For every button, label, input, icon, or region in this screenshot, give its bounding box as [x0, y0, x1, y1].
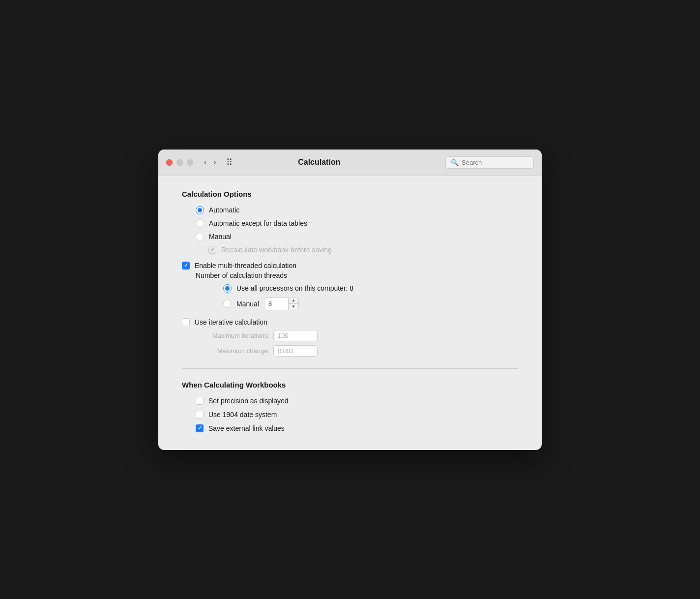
precision-as-displayed-option[interactable]: Set precision as displayed — [196, 397, 518, 405]
radio-all-processors-control[interactable] — [223, 284, 232, 293]
threads-manual-row: Manual ▲ ▼ — [223, 298, 518, 310]
iterative-section: Use iterative calculation Maximum iterat… — [182, 318, 518, 357]
date-1904-option[interactable]: Use 1904 date system — [196, 411, 518, 419]
titlebar: ‹ › ⠿ Calculation 🔍 — [158, 150, 542, 176]
threads-stepper: ▲ ▼ — [288, 298, 298, 310]
max-iterations-row: Maximum iterations: — [196, 330, 518, 341]
radio-threads-manual[interactable]: Manual — [223, 300, 259, 308]
multi-threaded-option[interactable]: Enable multi-threaded calculation — [182, 262, 518, 270]
radio-manual-control[interactable] — [196, 233, 204, 241]
max-change-row: Maximum change: — [196, 345, 518, 357]
radio-automatic[interactable]: Automatic — [196, 206, 518, 214]
date-1904-label: Use 1904 date system — [208, 411, 277, 419]
max-change-input[interactable] — [273, 345, 318, 357]
multi-threaded-label: Enable multi-threaded calculation — [195, 262, 296, 270]
when-calc-section: When Calculating Workbooks Set precision… — [182, 381, 518, 432]
radio-threads-manual-label: Manual — [236, 300, 259, 308]
recalculate-label: Recalculate workbook before saving — [221, 246, 332, 254]
section1-title: Calculation Options — [182, 190, 518, 198]
radio-threads-manual-control[interactable] — [223, 300, 232, 308]
calculation-options-section: Calculation Options Automatic Automatic … — [182, 190, 518, 357]
threads-decrement[interactable]: ▼ — [289, 304, 298, 310]
recalculate-option: Recalculate workbook before saving — [208, 246, 518, 254]
recalculate-checkbox — [208, 246, 216, 254]
threads-section: Number of calculation threads Use all pr… — [196, 271, 518, 310]
section2-title: When Calculating Workbooks — [182, 381, 518, 389]
max-iterations-input[interactable] — [273, 330, 318, 341]
radio-all-processors[interactable]: Use all processors on this computer: 8 — [223, 284, 518, 293]
max-change-label: Maximum change: — [196, 347, 269, 355]
date-1904-checkbox[interactable] — [196, 411, 204, 419]
save-external-link-checkbox[interactable] — [196, 424, 204, 432]
radio-automatic-label: Automatic — [209, 206, 239, 214]
window-title: Calculation — [199, 158, 439, 167]
threads-number-input-wrapper: ▲ ▼ — [264, 298, 299, 310]
threads-number-input[interactable] — [264, 299, 288, 308]
max-iterations-label: Maximum iterations: — [196, 332, 269, 339]
precision-as-displayed-checkbox[interactable] — [196, 397, 204, 405]
precision-as-displayed-label: Set precision as displayed — [208, 397, 289, 405]
search-input[interactable] — [462, 159, 528, 166]
iterative-checkbox[interactable] — [182, 318, 190, 326]
minimize-button[interactable] — [176, 159, 183, 166]
radio-except-data-tables-label: Automatic except for data tables — [209, 219, 307, 227]
iterative-label: Use iterative calculation — [195, 318, 267, 326]
search-icon: 🔍 — [451, 159, 459, 166]
multi-threaded-checkbox[interactable] — [182, 262, 190, 270]
radio-manual[interactable]: Manual — [196, 233, 518, 241]
radio-automatic-control[interactable] — [196, 206, 204, 214]
save-external-link-option[interactable]: Save external link values — [196, 424, 518, 432]
maximize-button[interactable] — [187, 159, 193, 166]
calculation-mode-group: Automatic Automatic except for data tabl… — [196, 206, 518, 254]
main-window: ‹ › ⠿ Calculation 🔍 Calculation Options … — [158, 150, 542, 450]
radio-except-data-tables-control[interactable] — [196, 219, 204, 228]
search-bar[interactable]: 🔍 — [445, 156, 534, 169]
content-area: Calculation Options Automatic Automatic … — [158, 176, 542, 450]
radio-manual-label: Manual — [209, 233, 232, 240]
save-external-link-label: Save external link values — [208, 424, 285, 432]
close-button[interactable] — [166, 159, 173, 166]
when-calc-options: Set precision as displayed Use 1904 date… — [196, 397, 518, 432]
radio-all-processors-label: Use all processors on this computer: 8 — [236, 284, 353, 292]
multi-threaded-group: Enable multi-threaded calculation Number… — [182, 262, 518, 310]
traffic-lights — [166, 159, 193, 166]
threads-label: Number of calculation threads — [196, 271, 518, 279]
threads-increment[interactable]: ▲ — [289, 298, 298, 304]
threads-options: Use all processors on this computer: 8 M… — [223, 284, 518, 310]
iterative-option[interactable]: Use iterative calculation — [182, 318, 518, 326]
radio-except-data-tables[interactable]: Automatic except for data tables — [196, 219, 518, 228]
section-divider — [182, 368, 518, 369]
